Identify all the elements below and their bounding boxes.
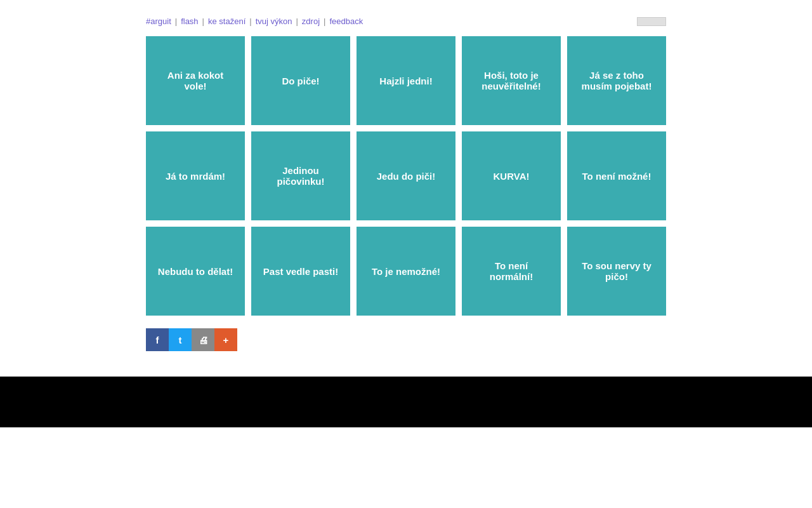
tile-14[interactable]: To sou nervy ty pičo! xyxy=(567,227,666,316)
nav-link-tvuj výkon[interactable]: tvuj výkon xyxy=(256,17,292,26)
extra-button[interactable] xyxy=(637,17,666,26)
print-button[interactable]: 🖨 xyxy=(192,328,214,351)
tile-1[interactable]: Do piče! xyxy=(251,36,350,125)
nav-link-zdroj[interactable]: zdroj xyxy=(302,17,320,26)
tile-11[interactable]: Past vedle pasti! xyxy=(251,227,350,316)
tile-3[interactable]: Hoši, toto je neuvěřitelné! xyxy=(462,36,561,125)
nav-link-ke stažení[interactable]: ke stažení xyxy=(208,17,246,26)
footer xyxy=(0,377,812,427)
tile-10[interactable]: Nebudu to dělat! xyxy=(146,227,245,316)
social-bar: ft🖨+ xyxy=(146,328,666,351)
tile-4[interactable]: Já se z toho musím pojebat! xyxy=(567,36,666,125)
facebook-share-button[interactable]: f xyxy=(146,328,169,351)
nav-separator: | xyxy=(324,17,325,26)
tile-8[interactable]: KURVA! xyxy=(462,131,561,220)
nav-link-flash[interactable]: flash xyxy=(181,17,198,26)
tile-13[interactable]: To není normální! xyxy=(462,227,561,316)
tile-12[interactable]: To je nemožné! xyxy=(357,227,455,316)
nav-separator: | xyxy=(175,17,177,26)
tile-6[interactable]: Jedinou pičovinku! xyxy=(251,131,350,220)
nav-link-arguit[interactable]: #arguit xyxy=(146,17,171,26)
tile-0[interactable]: Ani za kokot vole! xyxy=(146,36,245,125)
nav-separator: | xyxy=(296,17,298,26)
tile-5[interactable]: Já to mrdám! xyxy=(146,131,245,220)
nav-bar: #arguit | flash | ke stažení | tvuj výko… xyxy=(146,17,666,26)
nav-separator: | xyxy=(249,17,251,26)
tile-grid: Ani za kokot vole!Do piče!Hajzli jedni!H… xyxy=(146,36,666,316)
tile-7[interactable]: Jedu do piči! xyxy=(357,131,455,220)
more-share-button[interactable]: + xyxy=(214,328,237,351)
tile-2[interactable]: Hajzli jedni! xyxy=(357,36,455,125)
nav-link-feedback[interactable]: feedback xyxy=(329,17,363,26)
nav-separator: | xyxy=(202,17,204,26)
tile-9[interactable]: To není možné! xyxy=(567,131,666,220)
twitter-share-button[interactable]: t xyxy=(169,328,192,351)
nav-links: #arguit | flash | ke stažení | tvuj výko… xyxy=(146,17,363,26)
